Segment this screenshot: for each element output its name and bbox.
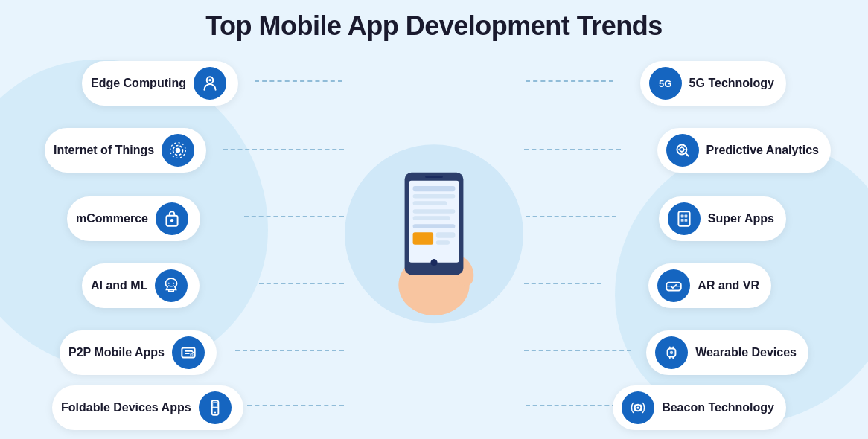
svg-point-24: [168, 283, 170, 284]
5g-label: 5G Technology: [689, 77, 774, 90]
trend-mcommerce: mCommerce: [67, 196, 200, 241]
connector-super: [526, 216, 616, 217]
connector-wearable: [524, 350, 631, 351]
5g-icon: 5G: [649, 67, 682, 100]
p2p-label: P2P Mobile Apps: [68, 346, 165, 359]
svg-point-15: [430, 259, 437, 266]
svg-point-23: [170, 219, 173, 222]
connector-foldable: [247, 405, 344, 406]
svg-rect-11: [413, 224, 456, 228]
wearable-icon: [655, 336, 688, 369]
connector-ai-ml: [259, 283, 344, 284]
svg-rect-13: [436, 232, 456, 237]
svg-rect-34: [678, 211, 689, 226]
predictive-icon: [666, 134, 699, 167]
predictive-label: Predictive Analytics: [706, 144, 819, 157]
arvr-label: AR and VR: [698, 279, 759, 292]
edge-computing-icon: [194, 67, 226, 100]
svg-point-25: [173, 283, 175, 284]
svg-rect-10: [413, 216, 450, 220]
trend-beacon: Beacon Technology: [613, 385, 786, 430]
svg-rect-6: [413, 186, 456, 191]
trend-5g: 5G 5G Technology: [640, 61, 786, 106]
svg-rect-16: [425, 176, 443, 178]
edge-computing-label: Edge Computing: [91, 77, 186, 90]
center-illustration: [345, 144, 523, 323]
svg-rect-36: [684, 215, 687, 218]
arvr-icon: [657, 269, 690, 302]
svg-rect-38: [684, 219, 687, 222]
wearable-label: Wearable Devices: [695, 346, 797, 359]
beacon-label: Beacon Technology: [662, 401, 774, 414]
connector-beacon: [526, 405, 616, 406]
connector-p2p: [235, 350, 344, 351]
svg-rect-12: [413, 232, 434, 244]
connector-mcommerce: [244, 216, 344, 217]
connector-predictive: [524, 149, 621, 150]
trend-wearable: Wearable Devices: [646, 330, 808, 375]
iot-icon: [162, 134, 194, 167]
ai-ml-label: AI and ML: [91, 279, 147, 292]
svg-rect-9: [413, 209, 456, 214]
mcommerce-icon: [156, 202, 188, 235]
super-apps-icon: [668, 202, 701, 235]
connector-5g: [526, 80, 613, 82]
ai-ml-icon: [155, 269, 188, 302]
trend-super: Super Apps: [659, 196, 786, 241]
svg-rect-37: [680, 219, 683, 222]
page-title: Top Mobile App Development Trends: [0, 10, 868, 42]
svg-point-19: [176, 148, 181, 153]
svg-rect-35: [680, 215, 683, 218]
super-apps-label: Super Apps: [708, 212, 774, 225]
svg-rect-27: [190, 353, 193, 356]
connector-iot: [223, 149, 344, 150]
iot-label: Internet of Things: [54, 144, 154, 157]
trend-edge-computing: Edge Computing: [82, 61, 238, 106]
mcommerce-label: mCommerce: [76, 212, 148, 225]
trend-arvr: AR and VR: [648, 263, 771, 308]
connector-edge-computing: [255, 80, 342, 82]
beacon-icon: [622, 391, 654, 424]
svg-point-33: [680, 147, 683, 151]
trend-iot: Internet of Things: [45, 128, 206, 173]
svg-point-43: [637, 406, 639, 408]
trend-predictive: Predictive Analytics: [657, 128, 831, 173]
svg-rect-5: [409, 181, 459, 263]
svg-point-30: [214, 411, 215, 413]
svg-rect-7: [413, 194, 456, 199]
connector-arvr: [524, 283, 601, 284]
foldable-icon: [199, 391, 232, 424]
svg-rect-8: [413, 201, 447, 205]
svg-point-41: [670, 351, 673, 354]
p2p-icon: [172, 336, 205, 369]
svg-rect-31: [212, 402, 217, 407]
foldable-label: Foldable Devices Apps: [61, 401, 191, 414]
trend-ai-ml: AI and ML: [82, 263, 200, 308]
trend-foldable: Foldable Devices Apps: [52, 385, 243, 430]
trend-p2p: P2P Mobile Apps: [60, 330, 217, 375]
svg-rect-14: [436, 240, 450, 245]
svg-point-18: [208, 79, 211, 81]
